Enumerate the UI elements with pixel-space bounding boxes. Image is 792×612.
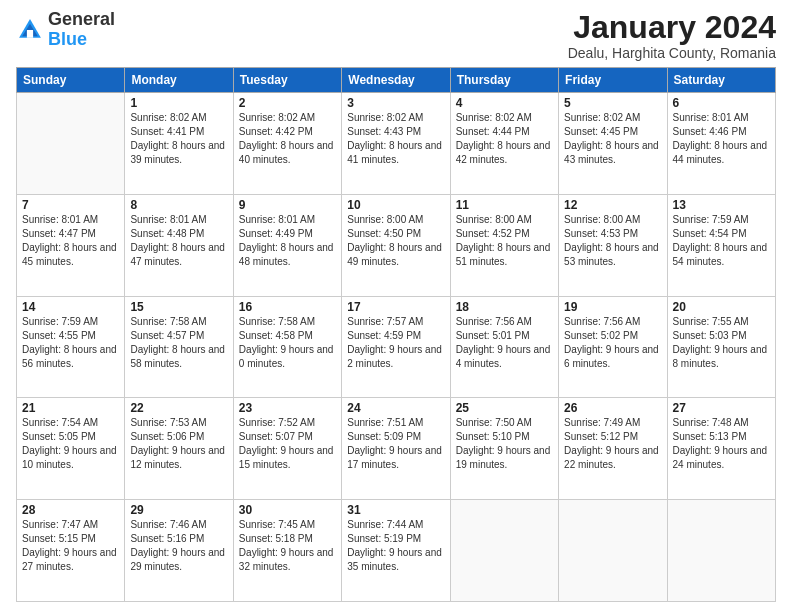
table-row: 7Sunrise: 8:01 AMSunset: 4:47 PMDaylight… (17, 194, 125, 296)
day-info: Sunrise: 7:55 AMSunset: 5:03 PMDaylight:… (673, 315, 770, 371)
table-row: 18Sunrise: 7:56 AMSunset: 5:01 PMDayligh… (450, 296, 558, 398)
day-info: Sunrise: 7:59 AMSunset: 4:55 PMDaylight:… (22, 315, 119, 371)
day-info: Sunrise: 8:02 AMSunset: 4:44 PMDaylight:… (456, 111, 553, 167)
table-row: 19Sunrise: 7:56 AMSunset: 5:02 PMDayligh… (559, 296, 667, 398)
day-number: 17 (347, 300, 444, 314)
table-row: 3Sunrise: 8:02 AMSunset: 4:43 PMDaylight… (342, 93, 450, 195)
sunrise: Sunrise: 8:00 AM (347, 214, 423, 225)
sunrise: Sunrise: 8:02 AM (239, 112, 315, 123)
table-row: 1Sunrise: 8:02 AMSunset: 4:41 PMDaylight… (125, 93, 233, 195)
header: General Blue January 2024 Dealu, Harghit… (16, 10, 776, 61)
daylight: Daylight: 8 hours and 58 minutes. (130, 344, 225, 369)
sunrise: Sunrise: 8:01 AM (239, 214, 315, 225)
sunset: Sunset: 5:07 PM (239, 431, 313, 442)
header-tuesday: Tuesday (233, 68, 341, 93)
day-number: 24 (347, 401, 444, 415)
table-row (559, 500, 667, 602)
calendar-week-row: 28Sunrise: 7:47 AMSunset: 5:15 PMDayligh… (17, 500, 776, 602)
daylight: Daylight: 8 hours and 40 minutes. (239, 140, 334, 165)
day-info: Sunrise: 7:45 AMSunset: 5:18 PMDaylight:… (239, 518, 336, 574)
sunrise: Sunrise: 7:54 AM (22, 417, 98, 428)
sunrise: Sunrise: 8:01 AM (130, 214, 206, 225)
sunset: Sunset: 5:09 PM (347, 431, 421, 442)
daylight: Daylight: 9 hours and 6 minutes. (564, 344, 659, 369)
table-row: 23Sunrise: 7:52 AMSunset: 5:07 PMDayligh… (233, 398, 341, 500)
sunset: Sunset: 5:12 PM (564, 431, 638, 442)
sunset: Sunset: 4:58 PM (239, 330, 313, 341)
sunset: Sunset: 4:50 PM (347, 228, 421, 239)
sunrise: Sunrise: 7:48 AM (673, 417, 749, 428)
table-row: 16Sunrise: 7:58 AMSunset: 4:58 PMDayligh… (233, 296, 341, 398)
daylight: Daylight: 9 hours and 17 minutes. (347, 445, 442, 470)
day-info: Sunrise: 7:59 AMSunset: 4:54 PMDaylight:… (673, 213, 770, 269)
header-saturday: Saturday (667, 68, 775, 93)
day-info: Sunrise: 7:50 AMSunset: 5:10 PMDaylight:… (456, 416, 553, 472)
sunset: Sunset: 5:05 PM (22, 431, 96, 442)
daylight: Daylight: 8 hours and 51 minutes. (456, 242, 551, 267)
sunrise: Sunrise: 7:44 AM (347, 519, 423, 530)
day-info: Sunrise: 8:02 AMSunset: 4:41 PMDaylight:… (130, 111, 227, 167)
sunrise: Sunrise: 7:45 AM (239, 519, 315, 530)
table-row: 22Sunrise: 7:53 AMSunset: 5:06 PMDayligh… (125, 398, 233, 500)
day-info: Sunrise: 8:00 AMSunset: 4:50 PMDaylight:… (347, 213, 444, 269)
calendar-week-row: 21Sunrise: 7:54 AMSunset: 5:05 PMDayligh… (17, 398, 776, 500)
daylight: Daylight: 9 hours and 19 minutes. (456, 445, 551, 470)
sunrise: Sunrise: 7:55 AM (673, 316, 749, 327)
table-row: 5Sunrise: 8:02 AMSunset: 4:45 PMDaylight… (559, 93, 667, 195)
day-number: 26 (564, 401, 661, 415)
day-number: 1 (130, 96, 227, 110)
day-number: 4 (456, 96, 553, 110)
sunset: Sunset: 4:45 PM (564, 126, 638, 137)
daylight: Daylight: 8 hours and 41 minutes. (347, 140, 442, 165)
day-info: Sunrise: 7:49 AMSunset: 5:12 PMDaylight:… (564, 416, 661, 472)
daylight: Daylight: 9 hours and 32 minutes. (239, 547, 334, 572)
daylight: Daylight: 9 hours and 27 minutes. (22, 547, 117, 572)
daylight: Daylight: 8 hours and 49 minutes. (347, 242, 442, 267)
day-info: Sunrise: 7:54 AMSunset: 5:05 PMDaylight:… (22, 416, 119, 472)
page: General Blue January 2024 Dealu, Harghit… (0, 0, 792, 612)
title-block: January 2024 Dealu, Harghita County, Rom… (568, 10, 776, 61)
day-info: Sunrise: 7:51 AMSunset: 5:09 PMDaylight:… (347, 416, 444, 472)
day-number: 6 (673, 96, 770, 110)
sunset: Sunset: 4:47 PM (22, 228, 96, 239)
day-number: 13 (673, 198, 770, 212)
sunset: Sunset: 4:46 PM (673, 126, 747, 137)
table-row: 8Sunrise: 8:01 AMSunset: 4:48 PMDaylight… (125, 194, 233, 296)
daylight: Daylight: 8 hours and 42 minutes. (456, 140, 551, 165)
day-number: 7 (22, 198, 119, 212)
daylight: Daylight: 8 hours and 39 minutes. (130, 140, 225, 165)
table-row: 9Sunrise: 8:01 AMSunset: 4:49 PMDaylight… (233, 194, 341, 296)
logo-general: General (48, 10, 115, 30)
table-row (17, 93, 125, 195)
sunrise: Sunrise: 7:46 AM (130, 519, 206, 530)
header-monday: Monday (125, 68, 233, 93)
day-info: Sunrise: 7:47 AMSunset: 5:15 PMDaylight:… (22, 518, 119, 574)
sunset: Sunset: 4:43 PM (347, 126, 421, 137)
sunset: Sunset: 5:13 PM (673, 431, 747, 442)
sunrise: Sunrise: 8:02 AM (347, 112, 423, 123)
table-row: 27Sunrise: 7:48 AMSunset: 5:13 PMDayligh… (667, 398, 775, 500)
table-row: 2Sunrise: 8:02 AMSunset: 4:42 PMDaylight… (233, 93, 341, 195)
sunrise: Sunrise: 8:00 AM (564, 214, 640, 225)
day-number: 23 (239, 401, 336, 415)
month-title: January 2024 (568, 10, 776, 45)
sunrise: Sunrise: 7:58 AM (239, 316, 315, 327)
sunrise: Sunrise: 8:02 AM (130, 112, 206, 123)
day-number: 21 (22, 401, 119, 415)
daylight: Daylight: 8 hours and 44 minutes. (673, 140, 768, 165)
logo-text: General Blue (48, 10, 115, 50)
day-info: Sunrise: 8:02 AMSunset: 4:43 PMDaylight:… (347, 111, 444, 167)
day-number: 11 (456, 198, 553, 212)
daylight: Daylight: 9 hours and 0 minutes. (239, 344, 334, 369)
daylight: Daylight: 8 hours and 47 minutes. (130, 242, 225, 267)
table-row: 12Sunrise: 8:00 AMSunset: 4:53 PMDayligh… (559, 194, 667, 296)
sunset: Sunset: 5:06 PM (130, 431, 204, 442)
sunrise: Sunrise: 7:52 AM (239, 417, 315, 428)
sunset: Sunset: 5:03 PM (673, 330, 747, 341)
sunset: Sunset: 5:19 PM (347, 533, 421, 544)
day-info: Sunrise: 8:01 AMSunset: 4:47 PMDaylight:… (22, 213, 119, 269)
day-number: 16 (239, 300, 336, 314)
sunset: Sunset: 4:48 PM (130, 228, 204, 239)
day-number: 27 (673, 401, 770, 415)
daylight: Daylight: 9 hours and 22 minutes. (564, 445, 659, 470)
